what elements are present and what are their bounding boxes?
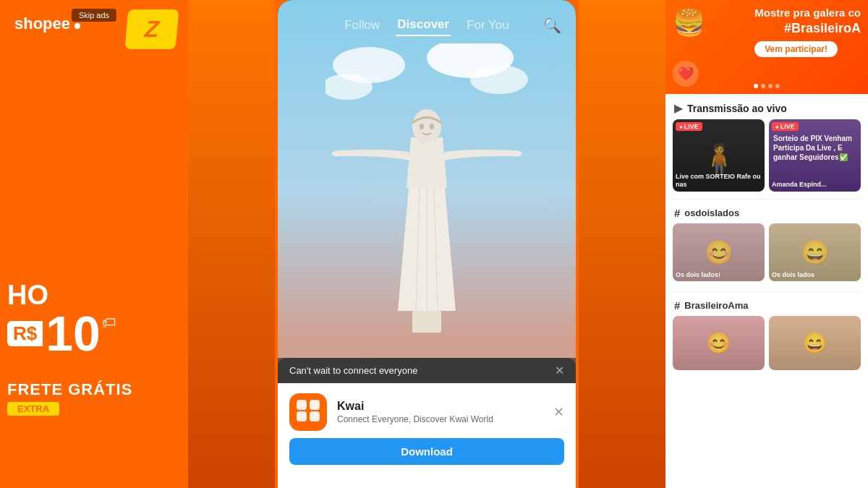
right-banner[interactable]: 🍔 Mostre pra galera co #BrasileiroA Vem … xyxy=(665,0,868,94)
live-icon-2: ● xyxy=(775,124,779,130)
kwai-logo-svg xyxy=(295,397,321,423)
osdoislados-grid: 😊 Os dois lados! 😄 Os dois lados xyxy=(665,223,868,288)
app-name: Kwai xyxy=(337,400,543,413)
download-button[interactable]: Download xyxy=(289,438,564,465)
price-tag-icon: 🏷 xyxy=(102,314,116,331)
discover-tab[interactable]: Discover xyxy=(396,14,451,36)
osdoislados-hashtag-row: # osdoislados xyxy=(665,202,868,223)
live-person-1: 🧍 xyxy=(700,142,738,177)
popup-app-info: Kwai Connect Everyone, Discover Kwai Wor… xyxy=(289,393,564,431)
phone-panel-main: Follow Discover For You 🔍 Can't wait to … xyxy=(278,0,576,488)
right-panel: 🍔 Mostre pra galera co #BrasileiroA Vem … xyxy=(665,0,868,488)
live-icon-1: ● xyxy=(679,124,683,130)
svg-rect-10 xyxy=(297,411,307,421)
osdoislados-text: osdoislados xyxy=(684,207,739,218)
tv-channel-logo: Z xyxy=(125,9,179,49)
frete-gratis-section: FRETE GRÁTIS EXTRA xyxy=(0,380,188,416)
svg-point-5 xyxy=(412,109,441,144)
dot-1 xyxy=(754,84,758,88)
for-you-tab[interactable]: For You xyxy=(465,15,511,35)
brasileiroama-hashtag-row: # BrasileiroAma xyxy=(665,295,868,316)
live-card-label-2: Amanda Espínd... xyxy=(772,181,858,189)
brasileiroama-card-1[interactable]: 😊 xyxy=(673,316,765,370)
brasileiroama-text: BrasileiroAma xyxy=(684,300,748,311)
osdoislados-hash: # xyxy=(674,207,680,219)
osdoislados-label-2: Os dois lados xyxy=(772,271,858,278)
svg-rect-4 xyxy=(412,311,441,333)
live-text-1: LIVE xyxy=(684,123,699,130)
osdoislados-card-2[interactable]: 😄 Os dois lados xyxy=(769,223,861,281)
price-badge: HO R$ 10 🏷 xyxy=(0,281,188,358)
popup-cant-wait-text: Can't wait to connect everyone xyxy=(289,365,417,376)
burger-icon: 🍔 xyxy=(673,7,705,38)
kwai-logo-icon xyxy=(295,397,321,427)
svg-point-6 xyxy=(420,124,424,129)
dot-2 xyxy=(761,84,765,88)
app-text-info: Kwai Connect Everyone, Discover Kwai Wor… xyxy=(337,400,543,424)
bra-face-1: 😊 xyxy=(673,316,765,370)
extra-badge: EXTRA xyxy=(7,402,59,416)
svg-rect-8 xyxy=(297,400,307,410)
brasileiroama-grid: 😊 😄 xyxy=(665,316,868,377)
price-prefix: HO xyxy=(0,281,188,309)
shopee-logo: shopee xyxy=(14,14,80,33)
live-card-label-1: Live com SORTEIO Rafe ou nas xyxy=(676,173,762,189)
app-info-close-button[interactable]: ✕ xyxy=(553,404,564,420)
price-amount: R$ 10 🏷 xyxy=(0,309,188,358)
app-desc: Connect Everyone, Discover Kwai World xyxy=(337,414,543,424)
search-icon[interactable]: 🔍 xyxy=(543,17,561,34)
kwai-logo xyxy=(289,393,327,431)
live-card-1[interactable]: ● LIVE 🧍 Live com SORTEIO Rafe ou nas xyxy=(673,119,765,192)
banner-participate-btn[interactable]: Vem participar! xyxy=(754,41,838,57)
popup-header: Can't wait to connect everyone ✕ xyxy=(278,358,576,383)
svg-rect-11 xyxy=(310,411,320,421)
svg-point-7 xyxy=(430,124,434,129)
dot-4 xyxy=(775,84,780,88)
popup-close-button[interactable]: ✕ xyxy=(555,364,564,377)
live-overlay-text-2: Sorteio de PIX Venham Participa Da Live … xyxy=(773,134,856,162)
frete-gratis-text: FRETE GRÁTIS xyxy=(7,380,132,399)
osdoislados-section: # osdoislados 😊 Os dois lados! 😄 Os dois… xyxy=(665,200,868,291)
svg-point-2 xyxy=(470,65,528,94)
live-section-icon: ▶ xyxy=(674,101,683,115)
christ-redeemer-statue xyxy=(326,43,528,333)
app-download-popup: Can't wait to connect everyone ✕ xyxy=(278,358,576,488)
dot-3 xyxy=(768,84,773,88)
svg-rect-9 xyxy=(310,400,320,410)
banner-hashtag: #BrasileiroA xyxy=(754,20,861,37)
statue-container xyxy=(326,43,528,333)
left-ad-panel: shopee Skip ads Z HO R$ 10 🏷 FRETE GRÁTI… xyxy=(0,0,188,488)
bra-face-2: 😄 xyxy=(769,316,861,370)
brasileiroama-hash: # xyxy=(674,299,680,312)
side-phone-left-bg xyxy=(188,0,275,488)
middle-section: Follow Discover For You 🔍 Can't wait to … xyxy=(188,0,665,488)
live-grid: ● LIVE 🧍 Live com SORTEIO Rafe ou nas ● … xyxy=(665,119,868,199)
tv-logo: Z xyxy=(123,7,181,51)
live-badge-1: ● LIVE xyxy=(676,122,702,131)
live-card-2[interactable]: ● LIVE Sorteio de PIX Venham Participa D… xyxy=(769,119,861,192)
brasileiroama-card-2[interactable]: 😄 xyxy=(769,316,861,370)
osdoislados-card-1[interactable]: 😊 Os dois lados! xyxy=(673,223,765,281)
live-text-2: LIVE xyxy=(780,123,795,130)
phone-panel-right xyxy=(579,0,665,488)
shopee-logo-dot xyxy=(75,23,80,29)
banner-heart-icon: ❤️ xyxy=(673,61,699,87)
price-currency: R$ xyxy=(7,321,43,346)
banner-dots xyxy=(754,84,780,88)
follow-tab[interactable]: Follow xyxy=(343,15,381,35)
live-badge-2: ● LIVE xyxy=(772,122,799,131)
phone-panel-left xyxy=(188,0,275,488)
price-value: 10 xyxy=(46,309,101,358)
skip-ads-button[interactable]: Skip ads xyxy=(72,9,116,22)
banner-main-text: Mostre pra galera co xyxy=(754,6,861,20)
live-section-header: ▶ Transmissão ao vivo xyxy=(665,94,868,119)
popup-body: Kwai Connect Everyone, Discover Kwai Wor… xyxy=(278,383,576,488)
phone-top-nav: Follow Discover For You 🔍 xyxy=(278,0,576,51)
live-section-title: Transmissão ao vivo xyxy=(687,103,787,114)
banner-text-area: Mostre pra galera co #BrasileiroA Vem pa… xyxy=(754,6,861,57)
brasileiroama-section: # BrasileiroAma 😊 😄 xyxy=(665,292,868,380)
osdoislados-label-1: Os dois lados! xyxy=(676,271,762,278)
